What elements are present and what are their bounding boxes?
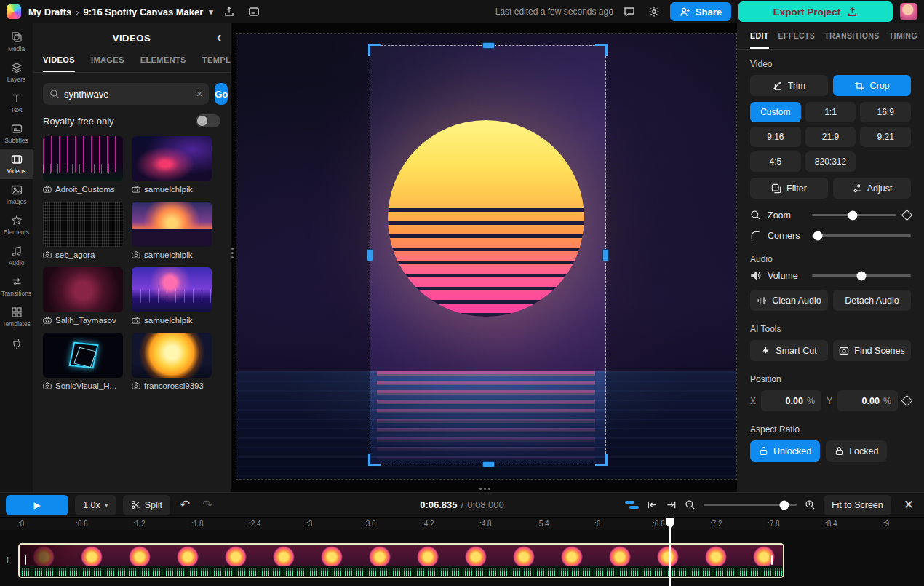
video-result-user[interactable]: Salih_Taymasov (55, 316, 116, 325)
preset-21-9[interactable]: 21:9 (805, 127, 856, 147)
position-keyframe-icon[interactable] (901, 395, 913, 407)
timeline-zoom-out-icon[interactable] (685, 499, 696, 510)
preset-4-5[interactable]: 4:5 (750, 151, 801, 172)
corners-slider-thumb[interactable] (813, 231, 823, 240)
close-timeline-icon[interactable]: ✕ (899, 497, 918, 512)
timeline-ruler[interactable]: :0 :0.6 :1.2 :1.8 :2.4 :3 :3.6 :4.2 :4.8… (0, 517, 924, 530)
adjust-button[interactable]: Adjust (833, 178, 911, 199)
aspect-locked-button[interactable]: Locked (826, 440, 887, 462)
video-result-thumb[interactable] (43, 333, 123, 378)
keyframe-markers-icon[interactable] (625, 501, 639, 509)
detach-audio-button[interactable]: Detach Audio (833, 290, 911, 311)
crop-handle-bottom[interactable] (482, 461, 495, 467)
video-result-user[interactable]: samuelchlpik (144, 316, 192, 325)
kapwing-logo-icon[interactable] (7, 4, 21, 19)
sidebar-item-transitions[interactable]: Transitions (0, 271, 33, 301)
sidebar-item-images[interactable]: Images (0, 179, 33, 210)
preset-custom[interactable]: Custom (750, 102, 801, 122)
clear-search-icon[interactable]: × (196, 88, 202, 100)
position-x-input[interactable]: 0.00 % (761, 390, 821, 411)
tab-effects[interactable]: EFFECTS (778, 23, 816, 49)
crop-handle-top-right[interactable] (595, 44, 608, 56)
tab-transitions[interactable]: TRANSITIONS (824, 23, 880, 49)
video-result-thumb[interactable] (132, 202, 212, 247)
tab-edit[interactable]: EDIT (750, 23, 769, 49)
video-result-user[interactable]: SonicVisual_H... (55, 381, 116, 390)
position-y-input[interactable]: 0.00 % (837, 390, 898, 411)
jump-to-start-icon[interactable] (647, 499, 658, 510)
video-preview[interactable] (236, 34, 736, 479)
timeline-zoom-thumb[interactable] (780, 500, 789, 510)
project-title[interactable]: 9:16 Spotify Canvas Maker (84, 7, 204, 17)
preset-9-16[interactable]: 9:16 (750, 127, 801, 147)
zoom-slider-thumb[interactable] (848, 210, 857, 220)
video-result-thumb[interactable] (43, 202, 123, 247)
panel-resize-handle[interactable] (231, 252, 234, 254)
clean-audio-button[interactable]: Clean Audio (750, 290, 828, 311)
timeline-zoom-in-icon[interactable] (805, 499, 816, 510)
sidebar-item-media[interactable]: Media (0, 26, 33, 57)
timeline-zoom-slider[interactable] (704, 504, 797, 506)
tab-videos[interactable]: VIDEOS (43, 55, 75, 72)
timeline-resize-handle[interactable] (484, 488, 486, 490)
settings-gear-icon[interactable] (645, 3, 663, 20)
preset-1-1[interactable]: 1:1 (805, 102, 856, 122)
search-go-button[interactable]: Go (215, 83, 228, 105)
split-button[interactable]: Split (123, 495, 170, 515)
jump-to-end-icon[interactable] (666, 499, 677, 510)
sidebar-item-audio[interactable]: Audio (0, 240, 33, 271)
sidebar-item-subtitles[interactable]: Subtitles (0, 118, 33, 149)
sidebar-item-templates[interactable]: Templates (0, 301, 33, 332)
video-result-thumb[interactable] (43, 136, 123, 181)
video-result-user[interactable]: seb_agora (55, 250, 95, 259)
crop-region[interactable] (370, 45, 606, 464)
fit-to-screen-button[interactable]: Fit to Screen (824, 495, 891, 515)
tab-elements[interactable]: ELEMENTS (140, 55, 186, 72)
play-button[interactable]: ▶ (6, 495, 68, 515)
preset-820-312[interactable]: 820:312 (805, 151, 856, 172)
corners-slider[interactable] (812, 234, 911, 237)
user-avatar[interactable] (900, 3, 917, 20)
video-result-thumb[interactable] (43, 267, 123, 312)
video-result-user[interactable]: samuelchlpik (144, 250, 192, 259)
video-result-user[interactable]: Adroit_Customs (55, 185, 115, 194)
comments-icon[interactable] (621, 3, 638, 20)
playback-speed-button[interactable]: 1.0x ▾ (75, 495, 116, 515)
zoom-keyframe-icon[interactable] (901, 210, 913, 221)
crop-button[interactable]: Crop (833, 75, 911, 96)
sidebar-item-layers[interactable]: Layers (0, 57, 33, 87)
breadcrumb-drafts[interactable]: My Drafts (28, 7, 71, 17)
crop-handle-top[interactable] (482, 42, 495, 49)
plugins-icon[interactable] (11, 338, 23, 349)
video-result-thumb[interactable] (132, 136, 212, 181)
crop-handle-top-left[interactable] (368, 44, 381, 56)
sidebar-item-elements[interactable]: Elements (0, 210, 33, 240)
filter-button[interactable]: Filter (750, 178, 828, 199)
find-scenes-button[interactable]: Find Scenes (833, 340, 911, 361)
sidebar-item-videos[interactable]: Videos (0, 149, 33, 179)
crop-handle-bottom-left[interactable] (368, 454, 381, 466)
share-button[interactable]: Share (670, 2, 731, 21)
undo-icon[interactable]: ↶ (177, 497, 193, 512)
preset-9-21[interactable]: 9:21 (860, 127, 911, 147)
tab-images[interactable]: IMAGES (91, 55, 124, 72)
smart-cut-button[interactable]: Smart Cut (750, 340, 828, 361)
tab-templates[interactable]: TEMPLATES (202, 55, 231, 72)
crop-handle-left[interactable] (367, 249, 373, 261)
clip-trim-out-handle[interactable] (771, 555, 773, 565)
aspect-unlocked-button[interactable]: Unlocked (750, 440, 820, 462)
crop-handle-right[interactable] (602, 249, 609, 261)
video-result-thumb[interactable] (132, 267, 212, 312)
royalty-free-toggle[interactable] (196, 114, 220, 127)
redo-icon[interactable]: ↷ (199, 497, 215, 512)
preset-16-9[interactable]: 16:9 (860, 102, 911, 122)
volume-slider[interactable] (812, 274, 911, 277)
player-preview-icon[interactable] (245, 3, 263, 20)
clip-trim-in-handle[interactable] (25, 555, 26, 565)
playhead-line[interactable] (669, 527, 671, 586)
tab-timing[interactable]: TIMING (889, 23, 917, 49)
video-result-user[interactable]: francorossi9393 (144, 381, 204, 390)
publish-icon[interactable] (220, 3, 238, 20)
crop-handle-bottom-right[interactable] (595, 454, 608, 466)
sidebar-item-text[interactable]: Text (0, 87, 33, 118)
